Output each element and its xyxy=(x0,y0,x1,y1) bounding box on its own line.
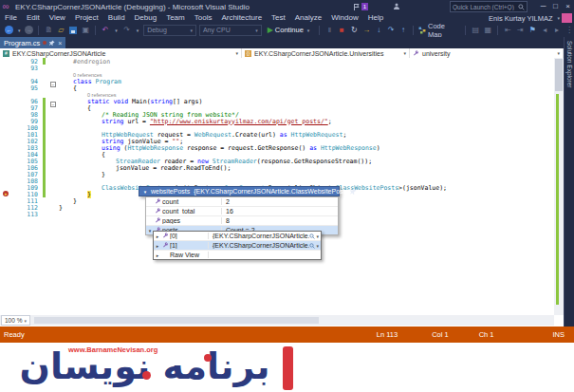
minimize-button[interactable]: ─ xyxy=(537,0,549,13)
previous-bookmark-icon[interactable]: ◂ xyxy=(540,25,549,35)
code-map-button[interactable]: Code Map xyxy=(418,22,460,39)
code-text[interactable]: } xyxy=(59,171,105,178)
save-all-icon[interactable]: ▣ xyxy=(81,25,90,35)
step-out-button[interactable]: ↑ xyxy=(398,25,408,35)
breakpoint-margin[interactable] xyxy=(0,104,13,111)
menu-window[interactable]: Window xyxy=(326,13,362,23)
toolbar-overflow-icon[interactable]: ⋮ xyxy=(565,25,574,35)
user-avatar[interactable] xyxy=(562,13,572,23)
next-bookmark-icon[interactable]: ▸ xyxy=(552,25,562,35)
menu-edit[interactable]: Edit xyxy=(22,13,45,23)
expander-icon[interactable]: ▸ xyxy=(154,252,161,258)
stop-debugging-button[interactable]: ■ xyxy=(337,25,346,35)
editor-zoom-combo[interactable]: 100 %▾ xyxy=(1,315,30,326)
datatip-row-0[interactable]: ▸[0]{EKY.CSharpCornerJSONArticle.Post}▾ xyxy=(154,232,321,241)
solution-explorer-tab[interactable]: Solution Explorer xyxy=(564,37,574,327)
datatip-row-count[interactable]: count2 xyxy=(146,197,338,207)
new-file-icon[interactable]: 🗎 xyxy=(44,25,53,35)
tab-program-cs[interactable]: Program.cs × xyxy=(0,37,65,48)
breakpoint-margin[interactable] xyxy=(0,171,13,177)
datatip-root-row[interactable]: ▾ websitePosts {EKY.CSharpCornerJSONArti… xyxy=(139,186,340,196)
undo-dropdown-icon[interactable]: ▾ xyxy=(115,28,118,33)
user-dropdown-icon[interactable]: ▾ xyxy=(557,15,560,21)
menu-tools[interactable]: Tools xyxy=(190,13,217,23)
breakpoint-margin[interactable] xyxy=(0,65,13,71)
menu-build[interactable]: Build xyxy=(103,13,130,23)
breakpoint-margin[interactable] xyxy=(0,124,13,131)
restart-button[interactable]: ↻ xyxy=(349,25,359,35)
breakpoint-margin[interactable] xyxy=(0,91,13,98)
breakpoint-margin[interactable] xyxy=(0,71,13,78)
visualizer-magnifier-icon[interactable]: ▾ xyxy=(309,233,319,239)
navigate-back-dropdown-icon[interactable]: ▾ xyxy=(18,28,21,33)
show-next-statement-button[interactable]: → xyxy=(361,25,371,35)
breakpoint-margin[interactable] xyxy=(0,84,13,91)
code-text[interactable]: string url = "http://www.eniskurtayyilma… xyxy=(59,118,332,125)
code-text[interactable]: using (HttpWebResponse response = reques… xyxy=(59,144,380,152)
breakpoint-margin[interactable] xyxy=(0,158,13,164)
breakpoint-margin[interactable] xyxy=(0,184,13,191)
project-dropdown[interactable]: # EKY.CSharpCornerJSONArticle ▾ xyxy=(0,48,242,58)
menu-help[interactable]: Help xyxy=(363,13,388,23)
step-into-button[interactable]: ↓ xyxy=(374,25,383,35)
redo-dropdown-icon[interactable]: ▾ xyxy=(137,28,139,33)
menu-debug[interactable]: Debug xyxy=(130,13,162,23)
hscrollbar-thumb[interactable] xyxy=(34,317,319,324)
breakpoint-margin[interactable]: ▸ xyxy=(0,191,13,197)
breakpoint-margin[interactable] xyxy=(0,58,13,65)
breakpoint-margin[interactable] xyxy=(0,144,13,151)
breakpoint-margin[interactable] xyxy=(0,118,13,124)
solution-configuration-combo[interactable]: Debug▾ xyxy=(143,25,196,36)
menu-project[interactable]: Project xyxy=(70,13,103,23)
diagnostics-tools-icon[interactable]: ▤ xyxy=(471,25,480,35)
scrollbar-thumb[interactable] xyxy=(555,59,563,91)
menu-analyze[interactable]: Analyze xyxy=(290,13,326,23)
close-button[interactable]: × xyxy=(562,0,574,13)
type-dropdown[interactable]: {} EKY.CSharpCornerJSONArticle.Universit… xyxy=(242,48,410,58)
vertical-scrollbar[interactable] xyxy=(554,58,564,315)
outline-collapse-box[interactable]: − xyxy=(50,82,56,87)
tab-close-icon[interactable]: × xyxy=(58,40,62,47)
breakpoint-margin[interactable] xyxy=(0,151,13,158)
breakpoint-margin[interactable] xyxy=(0,138,13,144)
outline-collapse-box[interactable]: − xyxy=(50,102,56,107)
menu-view[interactable]: View xyxy=(45,13,70,23)
solution-platform-combo[interactable]: Any CPU▾ xyxy=(199,25,262,36)
menu-file[interactable]: File xyxy=(0,13,22,23)
navigate-back-button[interactable]: ← xyxy=(5,26,13,34)
indent-decrease-icon[interactable]: ⇤ xyxy=(503,25,512,35)
maximize-button[interactable]: □ xyxy=(549,0,562,13)
code-text[interactable]: #endregion xyxy=(59,58,110,65)
breakpoint-margin[interactable] xyxy=(0,204,13,211)
notifications-button[interactable]: 1 xyxy=(353,3,368,11)
datatip-row-count_total[interactable]: count_total16 xyxy=(146,207,338,216)
breakpoint-margin[interactable] xyxy=(0,98,13,104)
quick-launch-input[interactable]: Quick Launch (Ctrl+Q) xyxy=(450,1,528,12)
menu-team[interactable]: Team xyxy=(161,13,190,23)
breakpoint-margin[interactable] xyxy=(0,131,13,138)
menu-architecture[interactable]: Architecture xyxy=(216,13,267,23)
member-dropdown[interactable]: university ▾ xyxy=(410,48,564,58)
signed-in-user[interactable]: Enis Kurtay YILMAZ xyxy=(489,14,552,23)
expander-icon[interactable]: ▸ xyxy=(154,233,161,239)
navigate-forward-button[interactable]: → xyxy=(25,26,33,34)
code-text[interactable]: } xyxy=(59,204,63,212)
intellitrace-icon[interactable]: ▦ xyxy=(483,25,492,35)
menu-test[interactable]: Test xyxy=(267,13,290,23)
breakpoint-margin[interactable] xyxy=(0,211,13,217)
undo-icon[interactable]: ↶ xyxy=(101,25,110,35)
open-file-icon[interactable]: ▱ xyxy=(56,25,65,35)
breakpoint-margin[interactable] xyxy=(0,78,13,84)
expander-icon[interactable]: ▾ xyxy=(141,189,149,195)
breakpoint-margin[interactable] xyxy=(0,177,13,184)
datatip-row-pages[interactable]: pages8 xyxy=(146,216,338,226)
bookmark-icon[interactable]: ⚑ xyxy=(528,25,537,35)
breakpoint-margin[interactable] xyxy=(0,197,13,204)
step-over-button[interactable]: ↷ xyxy=(386,25,396,35)
feedback-button[interactable] xyxy=(393,2,400,12)
continue-button[interactable]: ▶ Continue ▾ xyxy=(265,26,315,34)
breakpoint-margin[interactable] xyxy=(0,164,13,171)
tab-pin-icon[interactable] xyxy=(49,40,55,46)
indent-increase-icon[interactable]: ⇥ xyxy=(515,25,525,35)
break-all-button[interactable]: ‖ xyxy=(324,25,334,35)
